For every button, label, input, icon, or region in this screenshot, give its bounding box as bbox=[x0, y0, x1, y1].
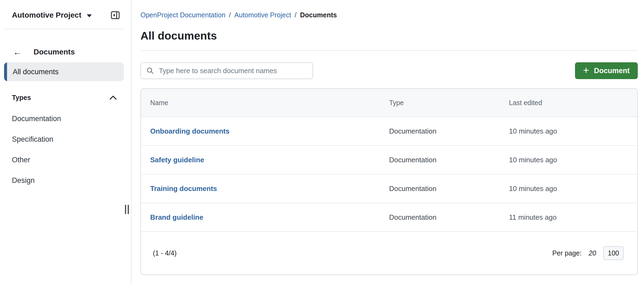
add-document-button[interactable]: + Document bbox=[575, 62, 638, 79]
table-row: Safety guideline Documentation 10 minute… bbox=[141, 146, 637, 174]
project-switcher[interactable]: Automotive Project bbox=[0, 0, 131, 20]
document-link-safety-guideline[interactable]: Safety guideline bbox=[150, 156, 389, 164]
per-page-current-20: 20 bbox=[589, 249, 596, 257]
breadcrumb-separator: / bbox=[229, 11, 231, 19]
type-item-label: Design bbox=[12, 176, 35, 185]
panel-collapse-icon bbox=[110, 10, 120, 20]
table-footer: (1 - 4/4) Per page: 20 100 bbox=[141, 232, 637, 274]
type-item-label: Other bbox=[12, 156, 30, 164]
menu-title: Documents bbox=[34, 48, 75, 56]
main-content: OpenProject Documentation / Automotive P… bbox=[132, 0, 644, 285]
documents-table-card: Name Type Last edited Onboarding documen… bbox=[140, 88, 638, 275]
resize-bar bbox=[125, 205, 126, 214]
sidebar-item-design[interactable]: Design bbox=[0, 170, 131, 191]
breadcrumb-link-openproject-documentation[interactable]: OpenProject Documentation bbox=[140, 11, 225, 19]
project-caret-down-icon bbox=[87, 14, 92, 17]
plus-icon: + bbox=[583, 65, 589, 75]
result-range: (1 - 4/4) bbox=[153, 249, 177, 257]
documents-page: Automotive Project ← Documents All docum… bbox=[0, 0, 644, 285]
project-name[interactable]: Automotive Project bbox=[12, 11, 81, 20]
document-last-edited-cell: 10 minutes ago bbox=[509, 184, 637, 193]
sidebar-item-specification[interactable]: Specification bbox=[0, 129, 131, 150]
table-row: Training documents Documentation 10 minu… bbox=[141, 174, 637, 203]
document-last-edited-cell: 10 minutes ago bbox=[509, 156, 637, 164]
column-header-last-edited: Last edited bbox=[509, 99, 637, 107]
breadcrumb-separator: / bbox=[295, 11, 297, 19]
back-arrow-icon[interactable]: ← bbox=[13, 48, 22, 56]
document-type-cell: Documentation bbox=[389, 213, 509, 222]
column-header-type: Type bbox=[389, 99, 509, 107]
selected-accent-bar bbox=[4, 62, 7, 81]
column-header-name: Name bbox=[150, 99, 389, 107]
table-row: Onboarding documents Documentation 10 mi… bbox=[141, 117, 637, 146]
type-item-label: Specification bbox=[12, 135, 53, 144]
sidebar-item-documentation[interactable]: Documentation bbox=[0, 108, 131, 129]
document-last-edited-cell: 10 minutes ago bbox=[509, 127, 637, 135]
resize-bar bbox=[128, 205, 129, 214]
collapse-sidebar-button[interactable] bbox=[110, 10, 121, 21]
page-title: All documents bbox=[140, 29, 638, 42]
breadcrumb-link-automotive-project[interactable]: Automotive Project bbox=[234, 11, 291, 19]
document-link-training-documents[interactable]: Training documents bbox=[150, 184, 389, 193]
breadcrumb: OpenProject Documentation / Automotive P… bbox=[140, 11, 638, 19]
search-icon bbox=[146, 67, 154, 75]
types-section-label: Types bbox=[12, 94, 31, 102]
document-link-brand-guideline[interactable]: Brand guideline bbox=[150, 213, 389, 222]
add-document-label: Document bbox=[594, 67, 630, 75]
per-page-option-100[interactable]: 100 bbox=[603, 246, 624, 260]
breadcrumb-current: Documents bbox=[300, 11, 337, 19]
table-row: Brand guideline Documentation 11 minutes… bbox=[141, 203, 637, 232]
types-list: Documentation Specification Other Design bbox=[0, 108, 131, 191]
sidebar-item-all-documents[interactable]: All documents bbox=[4, 62, 124, 81]
per-page-label: Per page: bbox=[552, 249, 581, 257]
search-input[interactable] bbox=[140, 62, 313, 79]
table-header-row: Name Type Last edited bbox=[141, 89, 637, 117]
sidebar-item-label: All documents bbox=[13, 68, 59, 76]
types-section-toggle[interactable]: Types bbox=[0, 92, 131, 103]
sidebar-divider bbox=[4, 29, 124, 29]
per-page-control: Per page: 20 100 bbox=[552, 246, 624, 260]
sidebar: Automotive Project ← Documents All docum… bbox=[0, 0, 132, 285]
document-last-edited-cell: 11 minutes ago bbox=[509, 213, 637, 222]
title-divider bbox=[140, 50, 638, 51]
search-field-wrapper bbox=[140, 62, 313, 79]
type-item-label: Documentation bbox=[12, 115, 61, 123]
document-link-onboarding-documents[interactable]: Onboarding documents bbox=[150, 127, 389, 135]
document-type-cell: Documentation bbox=[389, 156, 509, 164]
toolbar: + Document bbox=[140, 62, 638, 79]
sidebar-item-other[interactable]: Other bbox=[0, 150, 131, 170]
document-type-cell: Documentation bbox=[389, 184, 509, 193]
documents-menu-header: ← Documents bbox=[0, 46, 131, 58]
sidebar-resize-handle-icon[interactable] bbox=[125, 205, 129, 214]
chevron-up-icon bbox=[109, 95, 117, 100]
document-type-cell: Documentation bbox=[389, 127, 509, 135]
